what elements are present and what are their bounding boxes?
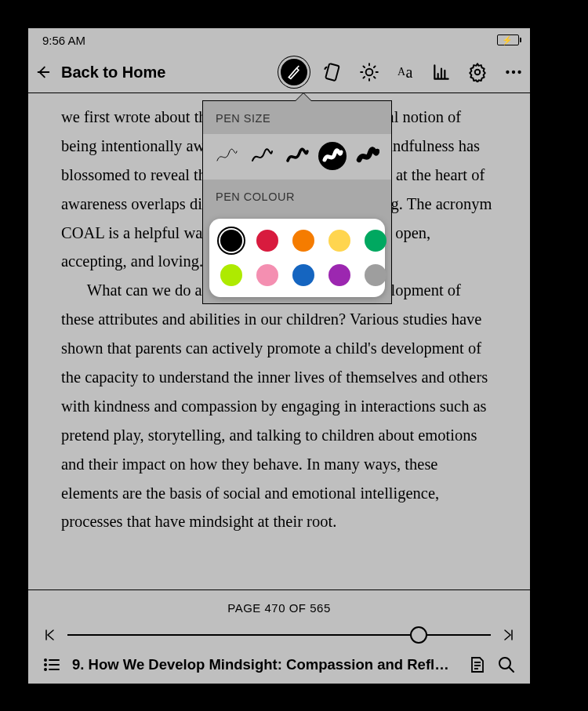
- slider-thumb[interactable]: [410, 626, 427, 644]
- stats-button[interactable]: [431, 62, 452, 82]
- colour-swatch-1[interactable]: [256, 230, 278, 252]
- svg-point-5: [517, 71, 521, 74]
- svg-point-7: [45, 664, 46, 666]
- ereader-screen: 9:56 AM ⚡ Back to Home Aa: [28, 28, 530, 684]
- colour-swatch-9[interactable]: [365, 264, 387, 286]
- progress-slider[interactable]: [67, 626, 491, 644]
- svg-point-4: [512, 71, 515, 74]
- battery-icon: ⚡: [497, 34, 519, 45]
- chapter-title[interactable]: 9. How We Develop Mindsight: Compassion …: [72, 656, 456, 673]
- back-to-home-button[interactable]: Back to Home: [34, 63, 281, 82]
- colour-swatch-0[interactable]: [220, 230, 242, 252]
- pen-colour-grid: [220, 230, 374, 286]
- pen-colour-header: PEN COLOUR: [203, 180, 391, 212]
- pen-size-2[interactable]: [248, 142, 276, 170]
- drag-handle[interactable]: [265, 13, 293, 16]
- page-indicator: PAGE 470 OF 565: [42, 601, 516, 615]
- clock: 9:56 AM: [42, 34, 85, 47]
- svg-point-6: [45, 659, 46, 661]
- back-label: Back to Home: [61, 63, 165, 82]
- footer: PAGE 470 OF 565 9. How We Develop Mindsi…: [28, 590, 530, 684]
- colour-swatch-6[interactable]: [256, 264, 278, 286]
- pen-tool-button[interactable]: [281, 59, 307, 85]
- svg-point-8: [45, 669, 46, 670]
- pen-popover: PEN SIZE PEN COLOUR: [202, 100, 392, 304]
- notes-icon[interactable]: [467, 655, 486, 674]
- popover-arrow: [296, 93, 311, 101]
- more-button[interactable]: [503, 62, 524, 82]
- colour-swatch-3[interactable]: [328, 230, 350, 252]
- pen-size-1[interactable]: [212, 142, 241, 170]
- pen-size-3[interactable]: [283, 142, 311, 170]
- svg-point-2: [475, 70, 481, 75]
- paragraph: What can we do as parents to promote the…: [61, 276, 497, 536]
- search-icon[interactable]: [497, 655, 516, 674]
- colour-swatch-5[interactable]: [220, 264, 242, 286]
- status-bar: 9:56 AM ⚡: [28, 28, 530, 52]
- svg-rect-0: [325, 63, 339, 81]
- top-toolbar: Back to Home Aa: [28, 52, 530, 93]
- colour-swatch-7[interactable]: [292, 264, 314, 286]
- colour-swatch-8[interactable]: [328, 264, 350, 286]
- svg-point-1: [366, 69, 373, 76]
- pen-size-row: [203, 134, 391, 180]
- svg-point-3: [506, 71, 509, 74]
- go-last-icon[interactable]: [502, 629, 514, 641]
- pen-size-header: PEN SIZE: [203, 101, 391, 134]
- colour-swatch-4[interactable]: [365, 230, 387, 252]
- settings-button[interactable]: [467, 62, 488, 82]
- colour-swatch-2[interactable]: [292, 230, 314, 252]
- pen-size-4[interactable]: [318, 142, 347, 170]
- font-button[interactable]: Aa: [395, 62, 416, 82]
- go-first-icon[interactable]: [44, 629, 56, 641]
- rotate-button[interactable]: [323, 62, 343, 82]
- toc-icon[interactable]: [42, 655, 61, 674]
- brightness-button[interactable]: [359, 62, 379, 82]
- pen-size-5[interactable]: [354, 142, 382, 170]
- pen-colour-card: [209, 219, 385, 297]
- arrow-left-icon: [34, 63, 52, 81]
